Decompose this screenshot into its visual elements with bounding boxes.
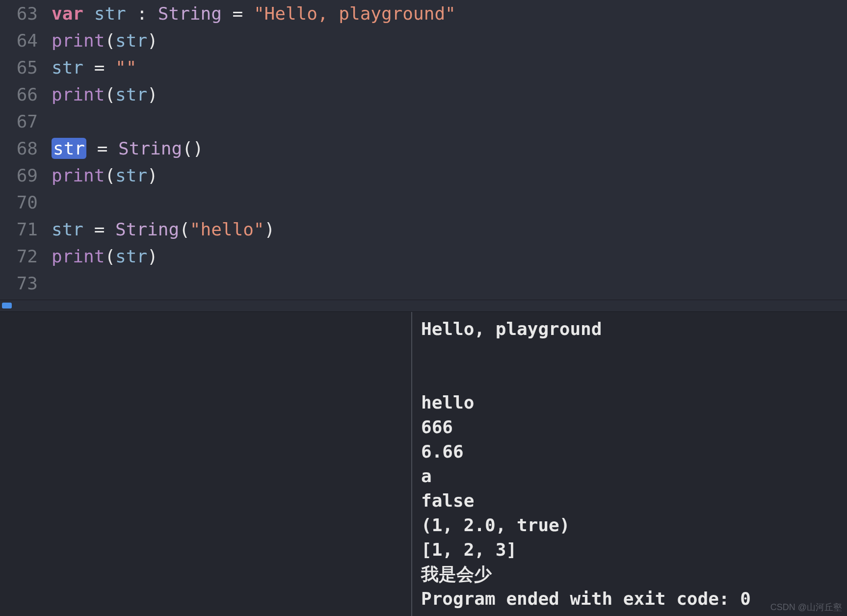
code-token: String: [115, 219, 179, 239]
console-line: false: [421, 488, 838, 513]
code-token: :: [136, 3, 147, 24]
code-token: print: [52, 30, 105, 51]
code-token: "": [115, 57, 136, 77]
line-number: 71: [0, 219, 52, 239]
code-token: str: [115, 30, 147, 51]
code-token: [243, 3, 254, 24]
console-line: 我是会少: [421, 562, 838, 587]
code-token: (: [105, 30, 115, 51]
execution-indicator: [2, 303, 12, 308]
watermark: CSDN @山河丘壑: [770, 601, 842, 613]
code-token: [83, 219, 94, 239]
code-token: str: [115, 246, 147, 266]
code-token: "hello": [190, 219, 265, 239]
line-number: 64: [0, 30, 52, 51]
code-token: str: [115, 165, 147, 185]
code-token: str: [94, 3, 126, 24]
code-line[interactable]: 64print(str): [0, 27, 847, 54]
line-number: 67: [0, 111, 52, 131]
code-line[interactable]: 66print(str): [0, 81, 847, 108]
line-number: 69: [0, 165, 52, 185]
line-content[interactable]: var str : String = "Hello, playground": [52, 3, 847, 24]
code-token: =: [94, 57, 105, 77]
code-token: ): [147, 246, 158, 266]
code-token: ): [265, 219, 275, 239]
console-line: (1, 2.0, true): [421, 513, 838, 538]
code-token: var: [52, 3, 83, 24]
code-token: String: [118, 138, 182, 158]
code-token: "Hello, playground": [254, 3, 456, 24]
line-number: 72: [0, 246, 52, 266]
code-line[interactable]: 73: [0, 270, 847, 297]
line-content[interactable]: print(str): [52, 246, 847, 266]
code-token: print: [52, 84, 105, 104]
code-token: [222, 3, 233, 24]
code-token: ): [147, 165, 158, 185]
code-token: [86, 138, 97, 158]
code-token: str: [115, 84, 147, 104]
code-token: [107, 138, 118, 158]
code-token: =: [97, 138, 108, 158]
line-number: 70: [0, 192, 52, 212]
code-token: str: [52, 219, 83, 239]
console-line: [1, 2, 3]: [421, 538, 838, 562]
code-token: (: [105, 84, 115, 104]
line-number: 73: [0, 273, 52, 293]
line-number: 65: [0, 57, 52, 77]
line-number: 68: [0, 138, 52, 158]
line-content[interactable]: str = String(): [52, 138, 847, 158]
code-line[interactable]: 65str = "": [0, 54, 847, 81]
code-token: [105, 57, 115, 77]
line-content[interactable]: print(str): [52, 165, 847, 185]
code-token: (: [179, 219, 190, 239]
console-line: 666: [421, 415, 838, 439]
line-number: 63: [0, 3, 52, 24]
console-line: Hello, playground: [421, 317, 838, 341]
code-token: =: [233, 3, 243, 24]
console-line: [421, 341, 838, 366]
variables-panel[interactable]: [0, 312, 412, 616]
code-line[interactable]: 67: [0, 108, 847, 135]
code-token: [126, 3, 137, 24]
code-token: (: [105, 165, 115, 185]
code-editor[interactable]: 63var str : String = "Hello, playground"…: [0, 0, 847, 300]
code-line[interactable]: 68str = String(): [0, 135, 847, 162]
bottom-panel: Hello, playground hello6666.66afalse(1, …: [0, 312, 847, 616]
line-content[interactable]: str = "": [52, 57, 847, 77]
code-token: ): [147, 84, 158, 104]
code-token: [147, 3, 158, 24]
code-line[interactable]: 69print(str): [0, 162, 847, 189]
line-content[interactable]: print(str): [52, 30, 847, 51]
code-line[interactable]: 70: [0, 189, 847, 216]
console-line: [421, 366, 838, 390]
line-content[interactable]: print(str): [52, 84, 847, 104]
code-token: [105, 219, 115, 239]
code-token: ): [147, 30, 158, 51]
code-line[interactable]: 71str = String("hello"): [0, 216, 847, 243]
code-token: =: [94, 219, 105, 239]
code-line[interactable]: 63var str : String = "Hello, playground": [0, 0, 847, 27]
code-token: print: [52, 165, 105, 185]
console-line: hello: [421, 390, 838, 415]
console-output[interactable]: Hello, playground hello6666.66afalse(1, …: [412, 312, 847, 616]
line-content[interactable]: str = String("hello"): [52, 219, 847, 239]
code-line[interactable]: 72print(str): [0, 243, 847, 270]
code-token: (: [105, 246, 115, 266]
code-token: str: [52, 57, 83, 77]
code-token: print: [52, 246, 105, 266]
line-number: 66: [0, 84, 52, 104]
console-line: a: [421, 464, 838, 488]
code-token: (): [182, 138, 203, 158]
code-token: [83, 3, 94, 24]
console-line: 6.66: [421, 439, 838, 464]
code-token: String: [158, 3, 222, 24]
code-token: str: [52, 138, 86, 159]
code-token: [83, 57, 94, 77]
panel-divider[interactable]: [0, 300, 847, 312]
